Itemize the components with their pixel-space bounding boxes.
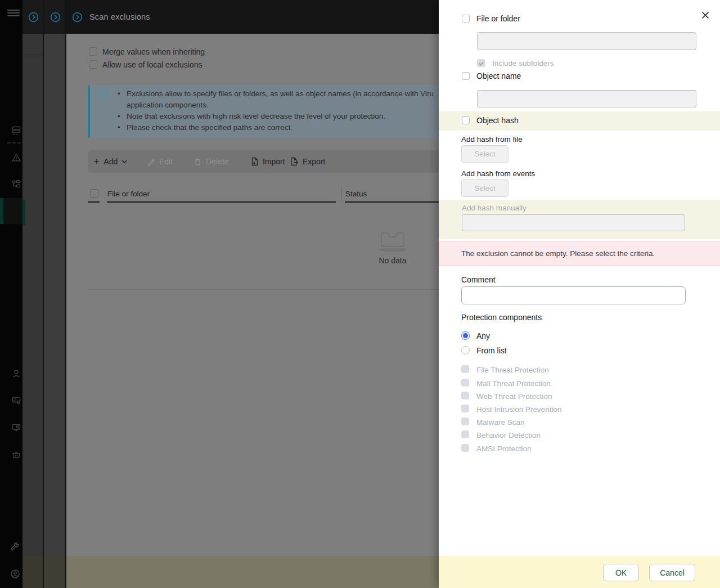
settings-wrench-icon[interactable] [10,542,20,552]
header-underline [345,201,439,203]
sidebar-selected-indicator-2 [22,200,25,225]
component-checkbox-amsi[interactable] [461,444,469,452]
object-name-label: Object name [476,72,521,80]
component-checkbox-host-intrusion[interactable] [461,405,469,412]
component-checkbox-malware-scan[interactable] [461,418,469,425]
alerts-icon[interactable] [11,152,21,163]
radio-from-list-label: From list [476,347,507,355]
include-subfolders-label: Include subfolders [492,59,554,68]
import-button[interactable]: Import [250,150,285,173]
column-header-file-or-folder[interactable]: File or folder [107,190,150,198]
sidebar-divider [7,142,21,143]
collapsed-panel-1 [22,0,44,588]
info-icon [100,89,109,98]
object-hash-checkbox[interactable] [462,116,470,124]
hash-manual-input[interactable] [462,214,685,231]
ok-button[interactable]: OK [603,564,639,581]
column-divider [341,186,342,201]
component-checkbox-file-threat[interactable] [461,365,469,373]
account-icon[interactable] [10,569,20,579]
local-exclusions-checkbox[interactable] [89,60,97,69]
component-label: Host Intrusion Prevention [476,405,562,414]
trash-icon [194,158,202,166]
file-or-folder-checkbox[interactable] [462,15,470,23]
radio-from-list[interactable] [461,346,470,354]
expand-panel-icon[interactable] [72,12,83,23]
sidebar-selected-item[interactable] [3,198,22,224]
component-checkbox-mail-threat[interactable] [461,379,469,387]
file-or-folder-input[interactable] [477,32,696,50]
include-subfolders-checkbox[interactable] [477,59,485,67]
panel-1-footer [22,556,44,588]
expand-panel-icon[interactable] [50,12,61,23]
collapsed-panel-2 [44,0,66,588]
file-or-folder-label: File or folder [476,15,520,23]
import-file-icon [250,157,259,166]
device-discovery-icon[interactable] [11,423,21,433]
component-label: Mail Threat Protection [476,379,551,388]
select-hash-file-button[interactable]: Select [461,145,508,163]
column-header-status[interactable]: Status [345,190,367,198]
panel-divider [43,0,44,588]
comment-label: Comment [461,276,496,284]
pencil-icon [147,158,155,166]
export-button-label: Export [303,157,325,166]
component-label: Behavior Detection [476,431,541,439]
component-checkbox-behavior-detection[interactable] [461,430,469,438]
info-banner: Exclusions allow to specify files or fol… [88,85,444,138]
export-file-icon [290,157,299,166]
radio-any[interactable] [461,331,470,340]
policies-icon[interactable] [11,395,21,405]
add-button-label: Add [104,157,118,166]
select-hash-events-button[interactable]: Select [461,179,508,197]
import-button-label: Import [263,157,285,166]
main-nav-sidebar [0,0,22,588]
merge-values-checkbox[interactable] [89,47,97,56]
info-bullet-3: Please check that the specified paths ar… [127,123,292,132]
empty-state-label: No data [364,256,421,265]
chevron-down-icon [122,160,127,164]
page-title: Scan exclusions [89,12,150,21]
hamburger-menu-icon[interactable] [7,10,20,18]
header-underline [107,201,336,203]
check-icon [478,60,484,66]
add-hash-from-events-label: Add hash from events [461,169,535,178]
sidebar-selected-indicator [0,198,3,224]
empty-tray-icon [376,224,410,253]
select-all-checkbox[interactable] [90,189,98,198]
delete-button-label: Delete [206,157,228,166]
panel-2-footer [44,556,66,588]
assets-icon[interactable] [11,125,21,135]
local-exclusions-label: Allow use of local exclusions [102,60,202,69]
table-bottom-border [88,289,439,290]
object-name-input[interactable] [477,90,696,107]
object-hash-label: Object hash [476,116,519,125]
object-name-checkbox[interactable] [462,72,470,80]
component-checkbox-web-threat[interactable] [461,392,469,400]
edit-button-label: Edit [159,157,173,166]
add-button[interactable]: Add [94,150,127,173]
panel-divider [65,0,66,588]
delete-button[interactable]: Delete [194,150,228,173]
close-icon[interactable] [701,11,710,20]
export-button[interactable]: Export [290,150,325,173]
component-label: Web Threat Protection [476,392,552,401]
protection-components-label: Protection components [461,313,542,322]
app-window: Scan exclusions Merge values when inheri… [0,0,720,588]
info-bullet-2: Note that exclusions with high risk leve… [127,112,385,121]
cancel-button[interactable]: Cancel [649,564,695,581]
header-underline [88,201,100,203]
add-hash-manually-label: Add hash manually [462,204,526,212]
edit-button[interactable]: Edit [147,150,173,173]
info-bullet-1-cont: application components. [127,101,209,110]
component-label: AMSI Protection [476,445,532,453]
hierarchy-icon[interactable] [11,179,21,189]
info-bullet-1: Exclusions allow to specify files or fol… [127,89,434,98]
add-hash-from-file-label: Add hash from file [461,135,523,143]
expand-panel-icon[interactable] [28,12,39,23]
comment-input[interactable] [461,286,686,304]
users-icon[interactable] [11,369,21,379]
component-label: File Threat Protection [476,366,549,374]
marketplace-icon[interactable] [11,450,21,460]
panel-divider-line [22,55,43,55]
